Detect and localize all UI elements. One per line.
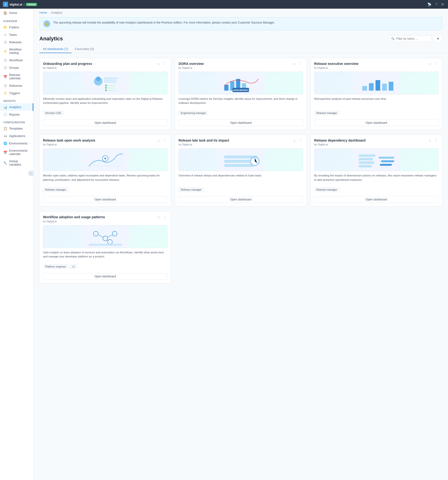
- folders-icon: 📁: [3, 26, 7, 29]
- sidebar-item-releases[interactable]: ⬡ Releases: [0, 38, 33, 46]
- sidebar-item-triggers[interactable]: ⚡ Triggers: [0, 89, 33, 97]
- sidebar-item-reports[interactable]: 📄 Reports ›: [0, 111, 33, 118]
- card-onboarding-menu[interactable]: ⋮: [162, 62, 167, 66]
- card-workflow-adoption-star[interactable]: ☆: [156, 215, 161, 220]
- sidebar-item-tasks[interactable]: ✓ Tasks: [0, 31, 33, 38]
- card-workflow-adoption-thumbnail: ⬡ ⬡ ⬡ ⬡: [43, 225, 167, 248]
- card-release-task-author: by Digital.ai: [43, 143, 156, 146]
- sidebar-item-deliveries[interactable]: ⬡ Deliveries: [0, 82, 33, 89]
- cards-grid-row3: Workflow adoption and usage patterns by …: [34, 211, 448, 288]
- workflows-icon: ⬡: [3, 58, 7, 62]
- card-dora-star[interactable]: ☆: [292, 62, 297, 66]
- card-onboarding-actions: ☆ ⋮: [156, 62, 167, 66]
- card-onboarding-footer: Open dashboard: [40, 117, 171, 130]
- sidebar-item-workflows[interactable]: ⬡ Workflows ›: [0, 56, 33, 64]
- svg-point-2: [96, 77, 101, 81]
- banner-icon: 👑: [43, 21, 50, 27]
- card-release-task-actions: ☆ ⋮: [156, 138, 167, 143]
- svg-rect-25: [389, 82, 393, 91]
- sidebar-item-workflows-label: Workflows: [9, 59, 23, 62]
- card-onboarding-open-btn[interactable]: Open dashboard: [43, 120, 167, 126]
- sidebar-item-workflow-catalog[interactable]: ⚡ Workflow catalog: [0, 46, 33, 56]
- card-release-executive-menu[interactable]: ⋮: [433, 62, 439, 66]
- filter-button[interactable]: ▼: [434, 35, 442, 42]
- card-dora-open-btn[interactable]: Open dashboard: [179, 120, 303, 126]
- card-release-executive-open-btn[interactable]: Open dashboard: [314, 120, 439, 126]
- svg-rect-23: [375, 80, 380, 91]
- card-release-dependency-thumbnail: [314, 148, 439, 171]
- sidebar-collapse-button[interactable]: ‹: [28, 171, 33, 176]
- card-release-executive: Release executive overview by Digital.ai…: [310, 58, 442, 130]
- card-release-dependency-actions: ☆ ⋮: [427, 138, 439, 143]
- card-release-dependency-menu[interactable]: ⋮: [433, 138, 439, 143]
- sidebar-item-analytics[interactable]: 📊 Analytics: [0, 103, 33, 111]
- sidebar-item-groups-label: Groups: [9, 66, 19, 70]
- card-onboarding-author: by Digital.ai: [43, 66, 156, 69]
- banner-text: The upcoming release will include the av…: [53, 21, 275, 25]
- svg-rect-43: [381, 160, 394, 162]
- card-release-dependency-header: Release dependency dashboard by Digital.…: [311, 135, 442, 146]
- svg-rect-5: [104, 81, 117, 82]
- card-workflow-adoption-menu[interactable]: ⋮: [162, 215, 167, 220]
- card-dora-tag-0: Engineering manager: [179, 111, 208, 115]
- templates-icon: 📋: [3, 127, 7, 130]
- search-input[interactable]: [396, 37, 429, 40]
- card-dora-title: DORA overview: [179, 62, 292, 66]
- breadcrumb-home[interactable]: Home: [39, 11, 47, 14]
- card-release-late-footer: Open dashboard: [175, 194, 306, 206]
- svg-rect-3: [104, 78, 118, 79]
- sidebar-item-env-calendar-label: Environments calendar: [9, 149, 30, 156]
- main-content: Home › Analytics 👑 The upcoming release …: [34, 9, 448, 480]
- svg-rect-4: [104, 80, 116, 80]
- chevron-right-icon-3: ›: [29, 142, 30, 145]
- card-release-task-open-btn[interactable]: Open dashboard: [43, 196, 167, 203]
- sidebar-item-environments[interactable]: 🌐 Environments ›: [0, 140, 33, 147]
- tab-all-dashboards[interactable]: All dashboards (7): [39, 45, 72, 53]
- sidebar-item-global-variables[interactable]: 🔧 Global variables: [0, 158, 33, 168]
- sidebar-item-release-calendar[interactable]: 📅 Release calendar: [0, 71, 33, 82]
- sidebar-home-label: Home: [9, 11, 17, 15]
- info-banner: 👑 The upcoming release will include the …: [39, 17, 442, 30]
- card-release-task-menu[interactable]: ⋮: [162, 138, 167, 143]
- broadcast-icon[interactable]: 📡: [426, 1, 432, 7]
- card-release-late-thumbnail: [179, 148, 303, 171]
- card-dora-footer: Open dashboard: [175, 117, 306, 130]
- card-release-late-open-btn[interactable]: Open dashboard: [179, 196, 303, 203]
- search-box[interactable]: 🔍: [388, 35, 432, 42]
- sidebar-item-applications[interactable]: 🗂 Applications: [0, 132, 33, 140]
- svg-text:⬡: ⬡: [114, 233, 116, 235]
- card-release-dependency-star[interactable]: ☆: [427, 138, 432, 143]
- svg-rect-10: [105, 90, 107, 91]
- card-release-executive-desc: Retrospective analysis of past release p…: [311, 97, 442, 109]
- sidebar-item-templates[interactable]: 📋 Templates: [0, 125, 33, 132]
- card-dora-menu[interactable]: ⋮: [298, 62, 303, 66]
- card-release-late-star[interactable]: ☆: [292, 138, 297, 143]
- card-release-late-menu[interactable]: ⋮: [298, 138, 303, 143]
- card-onboarding-star[interactable]: ☆: [156, 62, 161, 66]
- card-workflow-adoption-tags: Platform engineer +1: [40, 262, 171, 271]
- card-release-executive-tags: Release manager: [311, 109, 442, 117]
- sidebar-section-insights: INSIGHTS: [0, 97, 33, 103]
- svg-rect-41: [359, 165, 372, 168]
- card-release-executive-star[interactable]: ☆: [427, 62, 432, 66]
- sidebar-item-home[interactable]: 🏠 Home: [0, 9, 33, 17]
- card-release-dependency-open-btn[interactable]: Open dashboard: [314, 196, 439, 203]
- settings-icon[interactable]: ⚙: [440, 1, 445, 7]
- sidebar: 🏠 Home OVERVIEW 📁 Folders ✓ Tasks ⬡ Rele…: [0, 9, 34, 480]
- card-release-task-star[interactable]: ☆: [156, 138, 161, 143]
- sidebar-section-overview: OVERVIEW: [0, 17, 33, 24]
- card-workflow-adoption-open-btn[interactable]: Open dashboard: [43, 273, 167, 280]
- sidebar-item-global-vars-label: Global variables: [9, 160, 30, 166]
- sidebar-item-folders[interactable]: 📁 Folders: [0, 24, 33, 31]
- tab-favourites[interactable]: Favourites (0): [72, 45, 97, 53]
- card-workflow-adoption-header: Workflow adoption and usage patterns by …: [40, 212, 171, 223]
- search-icon: 🔍: [391, 37, 395, 40]
- sidebar-item-groups[interactable]: ⬡ Groups: [0, 64, 33, 71]
- sidebar-item-environments-calendar[interactable]: 📅 Environments calendar: [0, 147, 33, 158]
- analytics-icon: 📊: [3, 105, 7, 109]
- reports-icon: 📄: [3, 113, 7, 116]
- svg-rect-8: [105, 87, 107, 89]
- card-release-task-footer: Open dashboard: [40, 194, 171, 206]
- help-icon[interactable]: ?: [434, 1, 438, 7]
- card-release-dependency: Release dependency dashboard by Digital.…: [310, 134, 442, 206]
